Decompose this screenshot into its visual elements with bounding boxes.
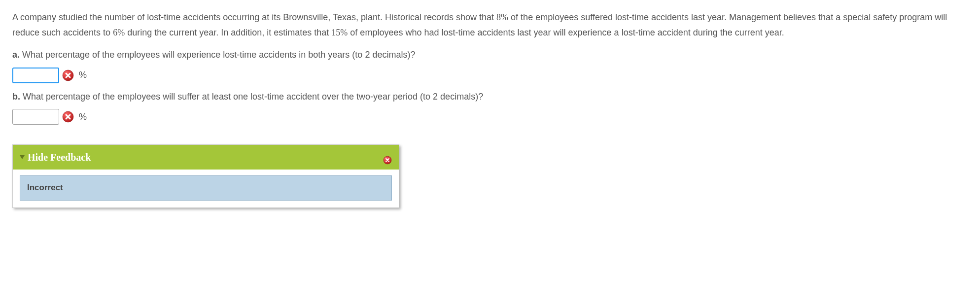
- question-a-text-2: decimals)?: [370, 50, 415, 60]
- feedback-body: Incorrect: [13, 170, 399, 207]
- problem-text-3: during the current year. In addition, it…: [125, 28, 331, 37]
- feedback-status: Incorrect: [20, 175, 392, 201]
- question-b-label: b.: [12, 92, 20, 102]
- question-a: a. What percentage of the employees will…: [12, 47, 968, 63]
- feedback-header[interactable]: Hide Feedback: [13, 145, 399, 170]
- question-b: b. What percentage of the employees will…: [12, 89, 968, 104]
- feedback-panel: Hide Feedback Incorrect: [12, 144, 399, 208]
- problem-text-4: of employees who had lost-time accidents…: [348, 28, 784, 37]
- wrong-icon: [62, 69, 74, 81]
- question-b-text-2: decimals)?: [438, 92, 483, 102]
- question-a-label: a.: [12, 50, 20, 60]
- collapse-triangle-icon: [20, 155, 25, 159]
- stat-1: 8%: [496, 12, 508, 22]
- answer-input-b[interactable]: [12, 109, 59, 125]
- question-a-text-1: What percentage of the employees will ex…: [20, 50, 365, 60]
- close-icon[interactable]: [383, 153, 392, 162]
- stat-3: 15%: [331, 28, 348, 37]
- answer-input-a[interactable]: [12, 68, 59, 83]
- unit-b: %: [79, 109, 87, 125]
- question-b-text-1: What percentage of the employees will su…: [20, 92, 433, 102]
- wrong-icon: [62, 111, 74, 123]
- stat-2: 6%: [113, 28, 125, 37]
- unit-a: %: [79, 68, 87, 83]
- problem-text-1: A company studied the number of lost-tim…: [12, 12, 496, 22]
- feedback-header-title: Hide Feedback: [28, 149, 91, 166]
- answer-row-a: %: [12, 68, 968, 83]
- problem-statement: A company studied the number of lost-tim…: [12, 10, 968, 40]
- question-b-decimals: 2: [433, 92, 438, 102]
- answer-row-b: %: [12, 109, 968, 125]
- question-a-decimals: 2: [365, 50, 370, 60]
